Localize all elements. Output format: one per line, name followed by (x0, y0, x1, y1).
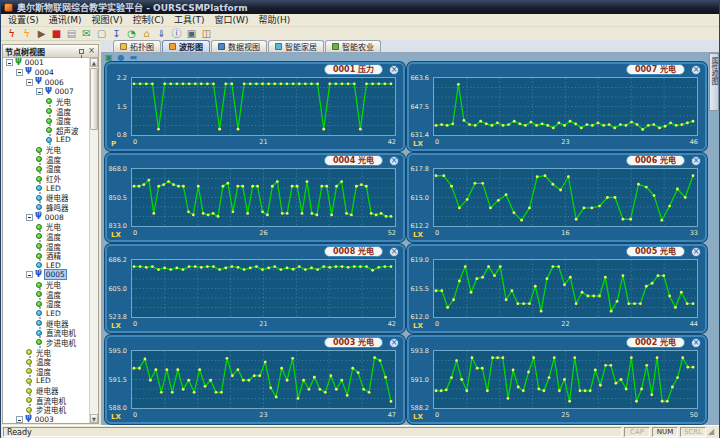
expand-collapse-icon[interactable] (26, 214, 33, 221)
play-icon[interactable]: ▶ (34, 28, 49, 40)
antenna-icon: Ψ (35, 78, 42, 86)
tab-波形图[interactable]: 波形图 (162, 40, 210, 52)
tab-智能家居[interactable]: 智能家居 (268, 40, 324, 52)
y-tick-label: 868.0 (108, 165, 127, 173)
tree-sensor-item[interactable]: 超声波 (3, 125, 89, 135)
lightning-red-icon[interactable]: ϟ (4, 28, 19, 40)
tree-node-label: 0003 (34, 415, 55, 423)
chart-title: 0005 光电 (626, 246, 685, 257)
sensor-icon (26, 388, 32, 394)
chart-close-icon[interactable]: × (389, 65, 399, 75)
tree-sensor-item[interactable]: 蜂鸣器 (3, 203, 89, 213)
x-axis-labels: 02550 (433, 411, 698, 421)
globe-icon[interactable]: ● (118, 53, 125, 62)
menu-item[interactable]: 控制(C) (128, 14, 169, 27)
menu-item[interactable]: 帮助(H) (254, 14, 296, 27)
chart-close-icon[interactable]: × (691, 338, 701, 348)
antenna-icon: Ψ (35, 213, 42, 221)
expand-collapse-icon[interactable] (6, 59, 13, 66)
menu-item[interactable]: 通讯(M) (44, 14, 87, 27)
menu-item[interactable]: 窗口(W) (210, 14, 254, 27)
clock-icon[interactable]: ◔ (124, 28, 139, 40)
sensor-icon (26, 368, 32, 374)
expand-collapse-icon[interactable] (26, 271, 33, 278)
download-icon[interactable]: ↧ (109, 28, 124, 40)
sensor-icon (36, 339, 42, 345)
pin-icon[interactable] (79, 49, 84, 54)
x-tick-label: 25 (561, 411, 569, 419)
tree-sensor-item[interactable]: 湿度 (3, 299, 89, 309)
y-tick-label: 523.8 (108, 313, 127, 321)
tree-node-0001[interactable]: Ψ0001 (3, 58, 89, 68)
mail-icon[interactable]: ✉ (79, 28, 94, 40)
menu-item[interactable]: 设置(S) (3, 14, 44, 27)
chart-close-icon[interactable]: × (389, 247, 399, 257)
collapse-icon[interactable]: ▬ (130, 53, 138, 62)
smarthome-tab-icon (275, 43, 282, 50)
status-message: Ready (3, 427, 622, 437)
sensor-label: 超声波 (55, 125, 80, 136)
scrollbar-thumb[interactable] (90, 68, 98, 130)
info-icon[interactable]: ⓘ (169, 28, 184, 40)
tab-拓扑图[interactable]: 拓扑图 (113, 40, 161, 52)
tree-node-0004[interactable]: Ψ0004 (3, 68, 89, 78)
window-icon[interactable]: ▢ (94, 28, 109, 40)
y-tick-label: 612.0 (410, 313, 429, 321)
y-tick-label: 631.4 (410, 131, 429, 139)
tab-智能农业[interactable]: 智能农业 (325, 40, 381, 52)
chart-grid: 0001 压力×2.21.50.802142P0007 光电×663.6647.… (105, 62, 707, 424)
property-view-tab[interactable]: 属性视图 (709, 53, 719, 111)
close-icon[interactable]: × (88, 47, 95, 55)
arrow-down-icon[interactable]: ⇓ (154, 28, 169, 40)
x-tick-label: 44 (690, 320, 698, 328)
monitor-icon[interactable]: ▣ (184, 28, 199, 40)
y-tick-label: 833.0 (108, 222, 127, 230)
tree-node-0006[interactable]: Ψ0006 (3, 77, 89, 87)
chart-close-icon[interactable]: × (691, 247, 701, 257)
tree-scrollbar[interactable]: ▲ ▼ (89, 58, 98, 423)
lightning-orange-icon[interactable]: ϟ (19, 28, 34, 40)
tree-sensor-item[interactable]: 湿度 (3, 367, 89, 377)
chart-close-icon[interactable]: × (691, 65, 701, 75)
expand-collapse-icon[interactable] (26, 79, 33, 86)
chart-close-icon[interactable]: × (389, 338, 399, 348)
menu-item[interactable]: 工具(T) (169, 14, 210, 27)
cascade-windows-icon[interactable]: ▤ (64, 28, 79, 40)
x-tick-label: 52 (388, 229, 396, 237)
x-tick-label: 50 (690, 411, 698, 419)
stop-icon[interactable]: ■ (49, 28, 64, 40)
tab-数据视图[interactable]: 数据视图 (211, 40, 267, 52)
chart-close-icon[interactable]: × (389, 156, 399, 166)
exit-icon[interactable]: ◫ (199, 28, 214, 40)
expand-collapse-icon[interactable] (16, 69, 23, 76)
sensor-icon (36, 224, 42, 230)
chart-plot-area (433, 168, 698, 227)
x-tick-label: 16 (561, 229, 569, 237)
status-indicator-cap: CAP (624, 427, 650, 437)
sensor-icon (36, 147, 42, 153)
tree-sensor-item[interactable]: 光电 (3, 97, 89, 107)
resize-grip[interactable]: ◢ (708, 427, 717, 437)
property-view-tab-label: 属性视图 (709, 57, 719, 85)
display-icon[interactable]: ▣ (105, 53, 113, 62)
chart-close-icon[interactable]: × (691, 156, 701, 166)
y-tick-label: 615.0 (410, 194, 429, 202)
tree-node-0003[interactable]: Ψ0003 (3, 415, 89, 423)
tree-sensor-item[interactable]: 酒精 (3, 251, 89, 261)
chart-plot-area (131, 350, 396, 409)
menu-item[interactable]: 视图(V) (87, 14, 128, 27)
expand-collapse-icon[interactable] (36, 88, 43, 95)
scroll-down-icon[interactable]: ▼ (90, 414, 98, 423)
chart-title: 0003 光电 (324, 337, 383, 348)
tree-sensor-item[interactable]: 红外 (3, 174, 89, 184)
tree-sensor-item[interactable]: 温度 (3, 106, 89, 116)
y-tick-label: 647.5 (410, 103, 429, 111)
home-icon[interactable]: ⌂ (139, 28, 154, 40)
antenna-icon: Ψ (25, 68, 32, 76)
tree-node-label: 0006 (44, 78, 65, 87)
x-tick-label: 22 (561, 320, 569, 328)
tree-node-0007[interactable]: Ψ0007 (3, 87, 89, 97)
scroll-up-icon[interactable]: ▲ (90, 58, 98, 67)
expand-collapse-icon[interactable] (16, 416, 23, 423)
tree-sensor-item[interactable]: 步进电机 (3, 405, 89, 415)
